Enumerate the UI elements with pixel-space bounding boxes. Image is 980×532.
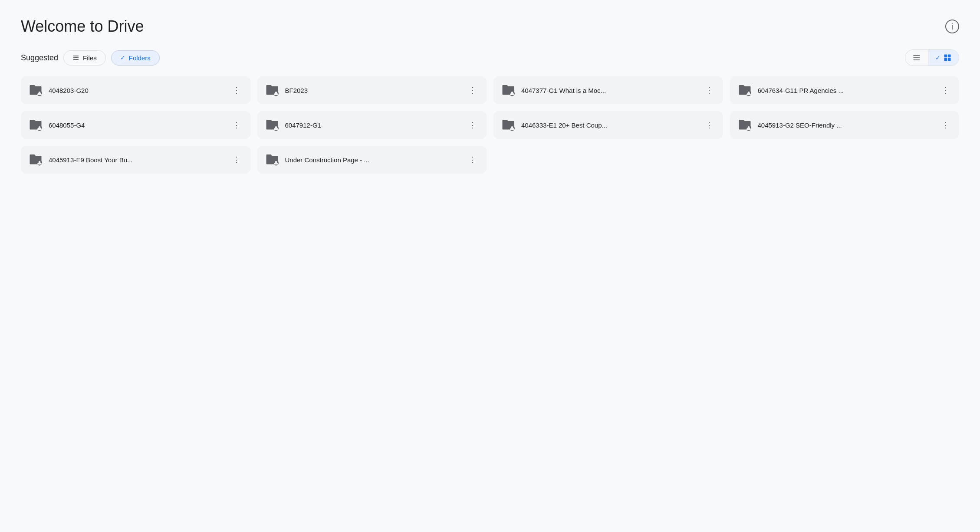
folders-filter-label: Folders — [129, 54, 151, 62]
folder-icon — [500, 117, 516, 133]
svg-rect-9 — [948, 58, 951, 61]
files-filter-icon — [72, 54, 79, 61]
folder-item[interactable]: 6048055-G4 ⋮ — [21, 111, 250, 139]
folder-name: 4048203-G20 — [49, 87, 224, 94]
folder-more-button[interactable]: ⋮ — [230, 118, 243, 132]
folder-icon-wrap — [264, 82, 280, 98]
svg-rect-3 — [914, 55, 920, 56]
svg-rect-6 — [944, 55, 947, 58]
list-view-button[interactable] — [905, 50, 928, 66]
info-icon[interactable]: i — [945, 20, 959, 33]
folder-item[interactable]: 4045913-E9 Boost Your Bu... ⋮ — [21, 146, 250, 174]
svg-rect-7 — [948, 55, 951, 58]
files-filter-label: Files — [83, 54, 97, 62]
folder-name: 6047634-G11 PR Agencies ... — [758, 87, 934, 94]
svg-rect-8 — [944, 58, 947, 61]
folder-item[interactable]: 4048203-G20 ⋮ — [21, 76, 250, 104]
folder-name: 4045913-G2 SEO-Friendly ... — [758, 122, 934, 129]
folder-item[interactable]: 6047912-G1 ⋮ — [257, 111, 487, 139]
page-title: Welcome to Drive — [21, 17, 144, 36]
info-symbol: i — [951, 22, 953, 32]
folder-more-button[interactable]: ⋮ — [466, 118, 480, 132]
folder-icon-wrap — [28, 82, 43, 98]
folder-name: 4047377-G1 What is a Moc... — [521, 87, 697, 94]
folder-icon-wrap — [737, 117, 753, 133]
folder-icon-wrap — [500, 117, 516, 133]
folder-item[interactable]: 4045913-G2 SEO-Friendly ... ⋮ — [730, 111, 960, 139]
folder-more-button[interactable]: ⋮ — [230, 83, 243, 97]
folders-grid: 4048203-G20 ⋮ BF2023 ⋮ — [21, 76, 959, 174]
folder-icon-wrap — [500, 82, 516, 98]
grid-view-check-icon: ✓ — [935, 54, 941, 61]
folder-item[interactable]: Under Construction Page - ... ⋮ — [257, 146, 487, 174]
folder-icon — [28, 82, 43, 98]
folder-icon — [28, 117, 43, 133]
folder-icon — [737, 117, 753, 133]
folder-name: 6048055-G4 — [49, 122, 224, 129]
folder-icon-wrap — [28, 117, 43, 133]
folder-icon-wrap — [737, 82, 753, 98]
folder-name: Under Construction Page - ... — [285, 156, 461, 164]
suggested-label: Suggested — [21, 53, 58, 62]
files-filter-button[interactable]: Files — [63, 50, 106, 66]
filter-bar: Suggested Files ✓ Folders — [21, 49, 959, 66]
folder-more-button[interactable]: ⋮ — [466, 83, 480, 97]
svg-rect-5 — [914, 59, 920, 60]
folder-item[interactable]: 6047634-G11 PR Agencies ... ⋮ — [730, 76, 960, 104]
folder-icon — [264, 82, 280, 98]
svg-rect-4 — [914, 57, 920, 58]
page-header: Welcome to Drive i — [21, 17, 959, 36]
folder-more-button[interactable]: ⋮ — [230, 153, 243, 167]
folder-item[interactable]: BF2023 ⋮ — [257, 76, 487, 104]
folder-more-button[interactable]: ⋮ — [938, 118, 952, 132]
view-controls: ✓ — [905, 49, 959, 66]
folder-icon-wrap — [264, 152, 280, 167]
folder-name: BF2023 — [285, 87, 461, 94]
folder-icon — [264, 152, 280, 167]
folder-icon-wrap — [28, 152, 43, 167]
folder-icon — [28, 152, 43, 167]
folder-more-button[interactable]: ⋮ — [702, 83, 716, 97]
filter-left: Suggested Files ✓ Folders — [21, 50, 160, 66]
folder-item[interactable]: 4047377-G1 What is a Moc... ⋮ — [493, 76, 723, 104]
folder-icon-wrap — [264, 117, 280, 133]
folder-icon — [500, 82, 516, 98]
grid-view-button[interactable]: ✓ — [928, 50, 959, 66]
folder-name: 4046333-E1 20+ Best Coup... — [521, 122, 697, 129]
folder-name: 6047912-G1 — [285, 122, 461, 129]
folder-name: 4045913-E9 Boost Your Bu... — [49, 156, 224, 164]
folder-item[interactable]: 4046333-E1 20+ Best Coup... ⋮ — [493, 111, 723, 139]
folders-filter-button[interactable]: ✓ Folders — [111, 50, 160, 66]
folder-more-button[interactable]: ⋮ — [938, 83, 952, 97]
folders-filter-check-icon: ✓ — [120, 54, 125, 61]
folder-more-button[interactable]: ⋮ — [466, 153, 480, 167]
folder-icon — [264, 117, 280, 133]
folder-more-button[interactable]: ⋮ — [702, 118, 716, 132]
folder-icon — [737, 82, 753, 98]
